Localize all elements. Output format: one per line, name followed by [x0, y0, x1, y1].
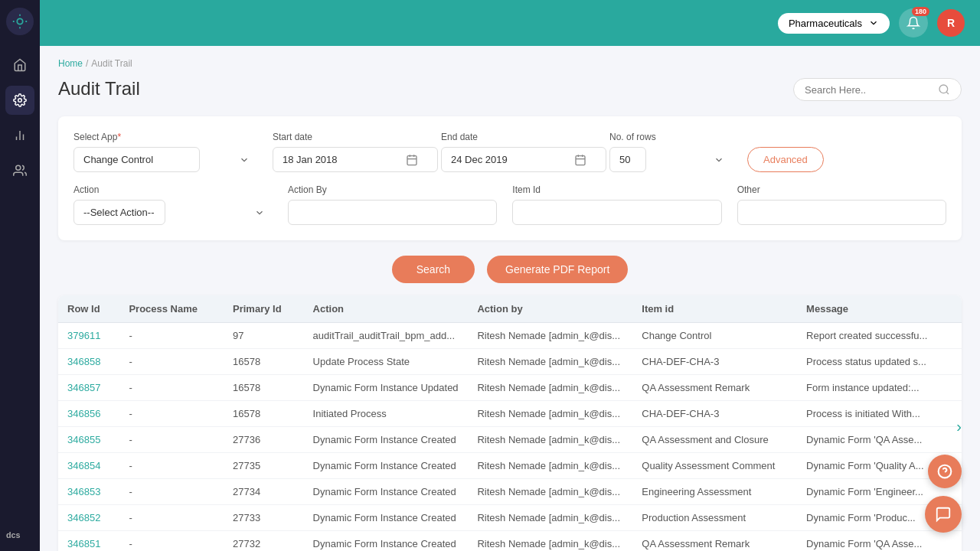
advanced-button[interactable]: Advanced — [747, 147, 824, 172]
filter-row-1: Select App* Change Control Document Mana… — [74, 132, 946, 172]
cell-action-by: Ritesh Nemade [admin_k@dis... — [468, 401, 632, 427]
item-id-input[interactable] — [512, 200, 721, 225]
col-primary-id: Primary Id — [224, 295, 304, 323]
end-date-input[interactable] — [441, 147, 606, 172]
rows-select-wrapper: 10 25 50 100 — [609, 147, 732, 172]
action-by-input[interactable] — [288, 200, 497, 225]
cell-row-id: 346856 — [58, 401, 119, 427]
svg-point-1 — [18, 99, 22, 103]
filter-section: Select App* Change Control Document Mana… — [58, 116, 962, 240]
global-search-input[interactable] — [805, 84, 938, 96]
breadcrumb: Home / Audit Trail — [58, 58, 962, 69]
cell-item-id: Quality Assessment Comment — [632, 453, 797, 479]
cell-action: auditTrail_auditTrail_bpm_add... — [304, 323, 469, 349]
cell-primary-id: 27735 — [224, 453, 304, 479]
user-avatar[interactable]: R — [937, 9, 965, 37]
action-select[interactable]: --Select Action-- Create Update Delete V… — [74, 200, 165, 225]
sidebar: dcs — [0, 0, 40, 551]
cell-action-by: Ritesh Nemade [admin_k@dis... — [468, 453, 632, 479]
app-select[interactable]: Change Control Document Management Train… — [74, 147, 200, 172]
fab-chat-button[interactable] — [925, 496, 962, 533]
cell-process-name: - — [119, 323, 224, 349]
cell-message: Process is initiated With... — [797, 401, 962, 427]
table-row: 346855 - 27736 Dynamic Form Instance Cre… — [58, 427, 962, 453]
page-area: Home / Audit Trail Audit Trail Select Ap… — [40, 46, 980, 551]
table-row: 346851 - 27732 Dynamic Form Instance Cre… — [58, 531, 962, 552]
breadcrumb-home[interactable]: Home — [58, 58, 83, 69]
table-row: 346853 - 27734 Dynamic Form Instance Cre… — [58, 479, 962, 505]
cell-action: Dynamic Form Instance Created — [304, 505, 469, 531]
cell-action-by: Ritesh Nemade [admin_k@dis... — [468, 531, 632, 552]
table-row: 346857 - 16578 Dynamic Form Instance Upd… — [58, 375, 962, 401]
org-selector[interactable]: Pharmaceuticals — [778, 13, 890, 34]
cell-row-id: 346857 — [58, 375, 119, 401]
cell-message: Process status updated s... — [797, 349, 962, 375]
generate-pdf-button[interactable]: Generate PDF Report — [487, 256, 628, 283]
start-date-input[interactable] — [273, 147, 438, 172]
cell-primary-id: 16578 — [224, 349, 304, 375]
cell-item-id: Engineering Assessment — [632, 479, 797, 505]
select-app-label: Select App* — [74, 132, 257, 142]
search-button[interactable]: Search — [392, 256, 475, 283]
cell-message: Dynamic Form 'QA Asse... — [797, 531, 962, 552]
cell-row-id: 346855 — [58, 427, 119, 453]
start-date-label: Start date — [273, 132, 426, 142]
chat-icon — [935, 506, 952, 523]
buttons-row: Search Generate PDF Report — [58, 256, 962, 283]
cell-item-id: QA Assessment and Closure — [632, 427, 797, 453]
breadcrumb-separator: / — [86, 58, 88, 69]
start-date-wrapper — [273, 147, 426, 172]
notification-badge: 180 — [912, 7, 929, 16]
cell-primary-id: 27736 — [224, 427, 304, 453]
form-group-action-by: Action By — [288, 184, 497, 225]
rows-label: No. of rows — [609, 132, 732, 142]
svg-text:dcs: dcs — [6, 530, 21, 540]
sidebar-bottom-logo: dcs — [6, 527, 34, 543]
chevron-down-icon — [714, 155, 724, 165]
col-action: Action — [304, 295, 469, 323]
cell-item-id: CHA-DEF-CHA-3 — [632, 349, 797, 375]
fab-help-button[interactable] — [928, 455, 962, 488]
table-row: 379611 - 97 auditTrail_auditTrail_bpm_ad… — [58, 323, 962, 349]
cell-primary-id: 27732 — [224, 531, 304, 552]
help-icon — [937, 464, 952, 479]
other-label: Other — [737, 184, 946, 195]
cell-action-by: Ritesh Nemade [admin_k@dis... — [468, 479, 632, 505]
col-process-name: Process Name — [119, 295, 224, 323]
cell-process-name: - — [119, 349, 224, 375]
notification-button[interactable]: 180 — [899, 8, 928, 37]
sidebar-item-analytics[interactable] — [5, 121, 34, 150]
form-group-start-date: Start date — [273, 132, 426, 172]
table-container: › Row Id Process Name Primary Id Action … — [58, 295, 962, 551]
app-select-wrapper: Change Control Document Management Train… — [74, 147, 257, 172]
cell-action-by: Ritesh Nemade [admin_k@dis... — [468, 323, 632, 349]
cell-action-by: Ritesh Nemade [admin_k@dis... — [468, 349, 632, 375]
end-date-wrapper — [441, 147, 594, 172]
sidebar-logo — [6, 8, 34, 35]
filter-row-2: Action --Select Action-- Create Update D… — [74, 184, 946, 225]
global-search-box — [793, 78, 962, 101]
chevron-down-icon — [254, 207, 265, 218]
chevron-down-icon — [868, 18, 879, 28]
action-select-wrapper: --Select Action-- Create Update Delete V… — [74, 200, 273, 225]
form-group-end-date: End date — [441, 132, 594, 172]
org-name: Pharmaceuticals — [789, 18, 862, 29]
cell-process-name: - — [119, 505, 224, 531]
table-nav-right[interactable]: › — [956, 418, 962, 435]
sidebar-item-users[interactable] — [5, 156, 34, 185]
cell-row-id: 379611 — [58, 323, 119, 349]
svg-point-7 — [939, 85, 948, 93]
cell-action-by: Ritesh Nemade [admin_k@dis... — [468, 505, 632, 531]
form-group-item-id: Item Id — [512, 184, 721, 225]
col-message: Message — [797, 295, 962, 323]
cell-item-id: QA Assessment Remark — [632, 531, 797, 552]
cell-action: Dynamic Form Instance Created — [304, 531, 469, 552]
form-group-other: Other — [737, 184, 946, 225]
sidebar-item-settings[interactable] — [5, 86, 34, 115]
cell-action: Initiated Process — [304, 401, 469, 427]
rows-select[interactable]: 10 25 50 100 — [609, 147, 646, 172]
sidebar-item-home[interactable] — [5, 51, 34, 80]
data-table: Row Id Process Name Primary Id Action Ac… — [58, 295, 962, 551]
cell-action: Dynamic Form Instance Updated — [304, 375, 469, 401]
other-input[interactable] — [737, 200, 946, 225]
